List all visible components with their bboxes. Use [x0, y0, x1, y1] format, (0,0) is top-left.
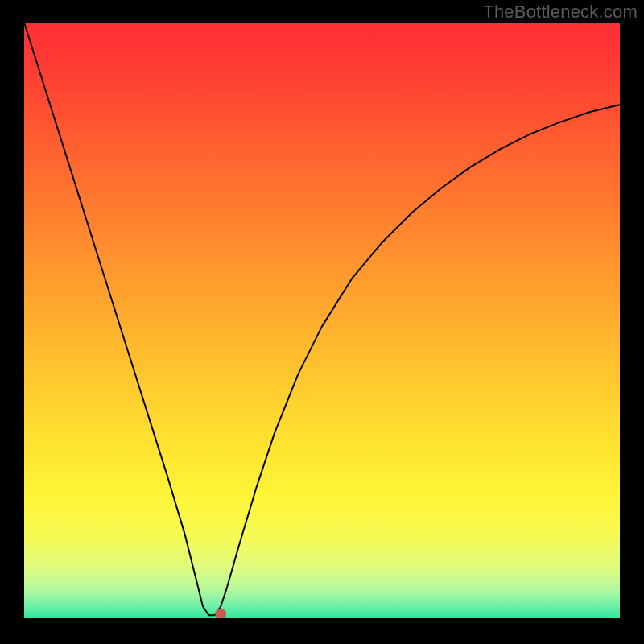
gradient-background	[24, 23, 620, 618]
watermark-text: TheBottleneck.com	[483, 2, 638, 23]
chart-svg	[24, 23, 620, 618]
plot-area	[24, 23, 620, 618]
chart-frame: TheBottleneck.com	[0, 0, 644, 644]
